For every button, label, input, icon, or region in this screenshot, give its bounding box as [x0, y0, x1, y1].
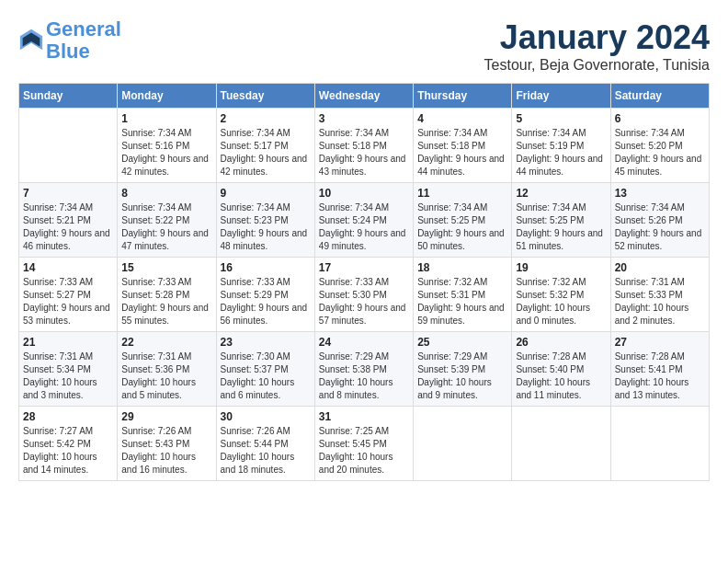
calendar-week-row: 28 Sunrise: 7:27 AM Sunset: 5:42 PM Dayl…	[19, 407, 710, 481]
day-info: Sunrise: 7:33 AM Sunset: 5:27 PM Dayligh…	[23, 276, 113, 327]
daylight-text: Daylight: 9 hours and 44 minutes.	[516, 154, 603, 177]
sunset-text: Sunset: 5:20 PM	[615, 141, 683, 151]
day-info: Sunrise: 7:31 AM Sunset: 5:33 PM Dayligh…	[615, 276, 705, 327]
calendar-cell: 30 Sunrise: 7:26 AM Sunset: 5:44 PM Dayl…	[216, 407, 314, 481]
daylight-text: Daylight: 9 hours and 57 minutes.	[319, 303, 406, 326]
day-info: Sunrise: 7:34 AM Sunset: 5:21 PM Dayligh…	[23, 201, 113, 253]
day-number: 30	[221, 410, 311, 423]
sunset-text: Sunset: 5:19 PM	[516, 141, 584, 151]
day-info: Sunrise: 7:33 AM Sunset: 5:29 PM Dayligh…	[221, 276, 311, 327]
daylight-text: Daylight: 9 hours and 51 minutes.	[516, 228, 603, 251]
day-number: 7	[23, 187, 113, 200]
sunrise-text: Sunrise: 7:34 AM	[615, 202, 685, 213]
daylight-text: Daylight: 10 hours and 8 minutes.	[319, 377, 393, 400]
day-info: Sunrise: 7:30 AM Sunset: 5:37 PM Dayligh…	[221, 350, 311, 402]
sunrise-text: Sunrise: 7:30 AM	[221, 351, 290, 362]
daylight-text: Daylight: 9 hours and 55 minutes.	[121, 303, 209, 326]
daylight-text: Daylight: 10 hours and 11 minutes.	[516, 377, 590, 400]
day-info: Sunrise: 7:26 AM Sunset: 5:44 PM Dayligh…	[221, 425, 311, 477]
calendar-cell: 29 Sunrise: 7:26 AM Sunset: 5:43 PM Dayl…	[118, 407, 216, 481]
daylight-text: Daylight: 9 hours and 44 minutes.	[417, 154, 505, 177]
calendar-cell: 28 Sunrise: 7:27 AM Sunset: 5:42 PM Dayl…	[19, 407, 118, 481]
day-number: 15	[121, 261, 211, 274]
sunrise-text: Sunrise: 7:28 AM	[516, 351, 586, 362]
title-section: January 2024 Testour, Beja Governorate, …	[484, 18, 710, 74]
day-number: 4	[417, 112, 507, 125]
day-number: 5	[516, 112, 606, 125]
day-number: 13	[615, 187, 705, 200]
calendar-body: 1 Sunrise: 7:34 AM Sunset: 5:16 PM Dayli…	[19, 109, 710, 481]
header-row: SundayMondayTuesdayWednesdayThursdayFrid…	[19, 84, 710, 109]
sunrise-text: Sunrise: 7:34 AM	[417, 202, 487, 213]
daylight-text: Daylight: 9 hours and 56 minutes.	[221, 303, 308, 326]
day-info: Sunrise: 7:34 AM Sunset: 5:19 PM Dayligh…	[516, 127, 606, 178]
day-info: Sunrise: 7:26 AM Sunset: 5:43 PM Dayligh…	[121, 425, 211, 477]
sunrise-text: Sunrise: 7:34 AM	[23, 202, 93, 213]
day-number: 22	[121, 336, 211, 349]
day-number: 6	[615, 112, 705, 125]
day-info: Sunrise: 7:34 AM Sunset: 5:18 PM Dayligh…	[319, 127, 409, 178]
sunrise-text: Sunrise: 7:29 AM	[417, 351, 487, 362]
day-info: Sunrise: 7:25 AM Sunset: 5:45 PM Dayligh…	[319, 425, 409, 477]
day-info: Sunrise: 7:34 AM Sunset: 5:23 PM Dayligh…	[221, 201, 311, 253]
day-number: 1	[121, 112, 211, 125]
sunset-text: Sunset: 5:28 PM	[121, 290, 189, 300]
daylight-text: Daylight: 9 hours and 43 minutes.	[319, 154, 406, 177]
day-number: 23	[221, 336, 311, 349]
calendar-week-row: 21 Sunrise: 7:31 AM Sunset: 5:34 PM Dayl…	[19, 332, 710, 407]
sunset-text: Sunset: 5:37 PM	[221, 364, 289, 374]
calendar-cell: 10 Sunrise: 7:34 AM Sunset: 5:24 PM Dayl…	[314, 183, 413, 258]
day-number: 29	[121, 410, 211, 423]
sunrise-text: Sunrise: 7:29 AM	[319, 351, 389, 362]
sunrise-text: Sunrise: 7:34 AM	[615, 128, 685, 138]
calendar-cell: 22 Sunrise: 7:31 AM Sunset: 5:36 PM Dayl…	[118, 332, 216, 407]
day-info: Sunrise: 7:34 AM Sunset: 5:24 PM Dayligh…	[319, 201, 409, 253]
sunrise-text: Sunrise: 7:26 AM	[121, 426, 191, 436]
day-number: 26	[516, 336, 606, 349]
sunset-text: Sunset: 5:16 PM	[121, 141, 189, 151]
sunrise-text: Sunrise: 7:34 AM	[221, 202, 290, 213]
day-info: Sunrise: 7:32 AM Sunset: 5:31 PM Dayligh…	[417, 276, 507, 327]
day-number: 14	[23, 261, 113, 274]
sunset-text: Sunset: 5:31 PM	[417, 290, 485, 300]
day-number: 28	[23, 410, 113, 423]
sunset-text: Sunset: 5:33 PM	[615, 290, 683, 300]
sunset-text: Sunset: 5:32 PM	[516, 290, 584, 300]
sunrise-text: Sunrise: 7:31 AM	[615, 277, 685, 287]
page-header: GeneralBlue January 2024 Testour, Beja G…	[18, 18, 710, 74]
sunrise-text: Sunrise: 7:32 AM	[417, 277, 487, 287]
day-info: Sunrise: 7:29 AM Sunset: 5:38 PM Dayligh…	[319, 350, 409, 402]
calendar-cell: 31 Sunrise: 7:25 AM Sunset: 5:45 PM Dayl…	[314, 407, 413, 481]
sunrise-text: Sunrise: 7:33 AM	[23, 277, 93, 287]
daylight-text: Daylight: 10 hours and 13 minutes.	[615, 377, 689, 400]
day-number: 11	[417, 187, 507, 200]
day-number: 10	[319, 187, 409, 200]
sunrise-text: Sunrise: 7:34 AM	[319, 128, 389, 138]
sunset-text: Sunset: 5:41 PM	[615, 364, 683, 374]
day-info: Sunrise: 7:27 AM Sunset: 5:42 PM Dayligh…	[23, 425, 113, 477]
day-info: Sunrise: 7:34 AM Sunset: 5:26 PM Dayligh…	[615, 201, 705, 253]
sunrise-text: Sunrise: 7:31 AM	[23, 351, 93, 362]
calendar-cell: 13 Sunrise: 7:34 AM Sunset: 5:26 PM Dayl…	[610, 183, 709, 258]
day-number: 3	[319, 112, 409, 125]
daylight-text: Daylight: 9 hours and 52 minutes.	[615, 228, 702, 251]
sunrise-text: Sunrise: 7:26 AM	[221, 426, 290, 436]
calendar-cell: 12 Sunrise: 7:34 AM Sunset: 5:25 PM Dayl…	[512, 183, 610, 258]
day-number: 25	[417, 336, 507, 349]
sunset-text: Sunset: 5:27 PM	[23, 290, 91, 300]
daylight-text: Daylight: 9 hours and 47 minutes.	[121, 228, 209, 251]
sunrise-text: Sunrise: 7:33 AM	[121, 277, 191, 287]
sunset-text: Sunset: 5:30 PM	[319, 290, 387, 300]
sunset-text: Sunset: 5:45 PM	[319, 439, 387, 449]
calendar-cell: 19 Sunrise: 7:32 AM Sunset: 5:32 PM Dayl…	[512, 258, 610, 332]
calendar-cell: 6 Sunrise: 7:34 AM Sunset: 5:20 PM Dayli…	[610, 109, 709, 183]
day-of-week-header: Sunday	[19, 84, 118, 109]
day-info: Sunrise: 7:33 AM Sunset: 5:28 PM Dayligh…	[121, 276, 211, 327]
sunset-text: Sunset: 5:40 PM	[516, 364, 584, 374]
day-of-week-header: Monday	[118, 84, 216, 109]
calendar-cell: 15 Sunrise: 7:33 AM Sunset: 5:28 PM Dayl…	[118, 258, 216, 332]
sunrise-text: Sunrise: 7:34 AM	[319, 202, 389, 213]
day-info: Sunrise: 7:34 AM Sunset: 5:22 PM Dayligh…	[121, 201, 211, 253]
sunset-text: Sunset: 5:23 PM	[221, 215, 289, 225]
sunrise-text: Sunrise: 7:34 AM	[221, 128, 290, 138]
